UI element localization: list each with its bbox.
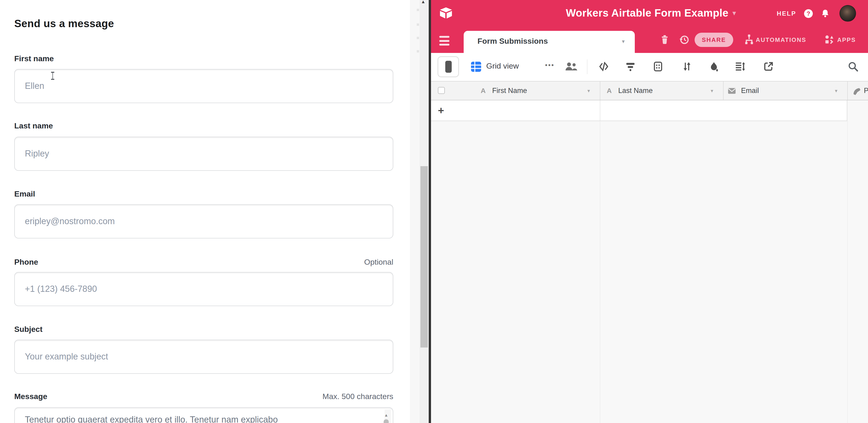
grid-header-row: A First Name ▾ A Last Name ▾ Email ▾ P [431, 81, 868, 100]
phone-field-type-icon [852, 87, 861, 96]
email-label: Email [14, 190, 35, 199]
contact-form-pane: Send us a message First name Last name E… [0, 0, 410, 423]
page-scrollbar-thumb[interactable] [421, 166, 428, 348]
bell-icon[interactable] [820, 8, 830, 19]
add-record-plus-icon[interactable]: + [438, 104, 444, 117]
scrollbar-up-arrow-icon[interactable]: ▲ [421, 0, 426, 4]
column-header-last-name[interactable]: Last Name [618, 87, 653, 95]
window-edge-divider [429, 0, 431, 423]
chevron-down-icon: ▾ [733, 9, 736, 17]
subject-label: Subject [14, 325, 42, 334]
column-divider [847, 121, 848, 423]
phone-label: Phone [14, 258, 38, 267]
message-maxchars-note: Max. 500 characters [322, 392, 393, 401]
message-scrollbar-thumb[interactable] [384, 419, 389, 423]
history-icon[interactable] [679, 34, 689, 45]
view-sidebar-toggle-button[interactable] [437, 56, 459, 77]
chevron-down-icon[interactable]: ▾ [711, 88, 713, 94]
chevron-down-icon: ▾ [622, 38, 625, 44]
gutter-dot [417, 24, 419, 26]
column-header-first-name[interactable]: First Name [492, 87, 527, 95]
gutter-dot [417, 37, 419, 39]
group-icon[interactable] [653, 61, 663, 72]
hide-fields-icon[interactable] [598, 61, 609, 72]
last-name-input[interactable] [14, 137, 393, 171]
subject-input[interactable] [14, 340, 393, 374]
apps-button[interactable]: APPS [837, 36, 856, 43]
first-name-input[interactable] [14, 69, 393, 103]
message-textarea[interactable]: Tenetur optio quaerat expedita vero et i… [14, 407, 393, 423]
column-divider[interactable] [847, 82, 848, 100]
message-text: Tenetur optio quaerat expedita vero et i… [25, 414, 377, 423]
email-input[interactable] [14, 204, 393, 238]
chevron-down-icon[interactable]: ▾ [587, 88, 590, 94]
page-scrollbar-gutter: ▲ [410, 0, 429, 423]
trash-icon[interactable] [660, 34, 669, 45]
column-header-phone-partial[interactable]: P [864, 87, 868, 95]
collaborators-icon[interactable] [564, 62, 578, 72]
automations-button[interactable]: AUTOMATIONS [756, 36, 806, 43]
gutter-dot [417, 50, 419, 53]
form-heading: Send us a message [14, 18, 114, 30]
phone-optional-note: Optional [364, 258, 393, 267]
airtable-logo-icon[interactable] [439, 7, 453, 19]
column-divider[interactable] [723, 82, 723, 100]
view-options-ellipsis[interactable]: ••• [545, 61, 555, 68]
text-cursor-icon [51, 72, 55, 80]
share-view-icon[interactable] [763, 61, 774, 72]
row-height-icon[interactable] [735, 61, 746, 72]
first-name-label: First name [14, 54, 54, 63]
phone-input[interactable] [14, 272, 393, 306]
column-divider [600, 121, 600, 423]
screenshot-stage: Send us a message First name Last name E… [0, 0, 868, 423]
grid-view-icon [471, 61, 482, 72]
help-button[interactable]: HELP [777, 10, 796, 17]
add-record-row[interactable]: + [431, 100, 847, 121]
tab-form-submissions[interactable]: Form Submissions ▾ [464, 31, 635, 53]
email-field-type-icon [728, 87, 736, 94]
column-header-email[interactable]: Email [741, 87, 759, 95]
column-divider [600, 100, 600, 121]
airtable-topbar: Workers Airtable Form Example▾ HELP ? [431, 0, 868, 27]
view-toolbar: Grid view ••• [431, 53, 868, 81]
filter-icon[interactable] [625, 61, 636, 72]
select-all-checkbox[interactable] [438, 87, 445, 94]
share-button[interactable]: SHARE [694, 33, 733, 47]
color-icon[interactable] [709, 61, 719, 72]
toolbar-divider [587, 59, 587, 74]
gutter-dot [417, 9, 419, 11]
view-name-label[interactable]: Grid view [486, 62, 519, 71]
grid-body-empty [431, 121, 868, 423]
message-scrollbar[interactable]: ▲ [384, 410, 391, 423]
text-field-type-icon: A [481, 87, 486, 94]
airtable-pane: Workers Airtable Form Example▾ HELP ? Fo… [431, 0, 868, 423]
sidebar-panel-icon [445, 61, 452, 73]
search-icon[interactable] [848, 61, 858, 72]
automations-icon[interactable] [744, 34, 753, 45]
text-field-type-icon: A [607, 87, 612, 94]
chevron-down-icon[interactable]: ▾ [835, 88, 837, 94]
avatar[interactable] [839, 5, 856, 22]
column-divider[interactable] [600, 82, 600, 100]
apps-icon[interactable] [824, 34, 834, 44]
help-circle-icon[interactable]: ? [804, 9, 813, 18]
base-title[interactable]: Workers Airtable Form Example▾ [566, 7, 736, 19]
airtable-tabbar: Form Submissions ▾ SHARE AUTOMATIONS [431, 27, 868, 53]
scroll-up-icon[interactable]: ▲ [384, 413, 388, 418]
hamburger-menu-icon[interactable] [439, 36, 450, 48]
last-name-label: Last name [14, 122, 53, 131]
message-label: Message [14, 392, 48, 401]
sort-icon[interactable] [682, 61, 692, 72]
